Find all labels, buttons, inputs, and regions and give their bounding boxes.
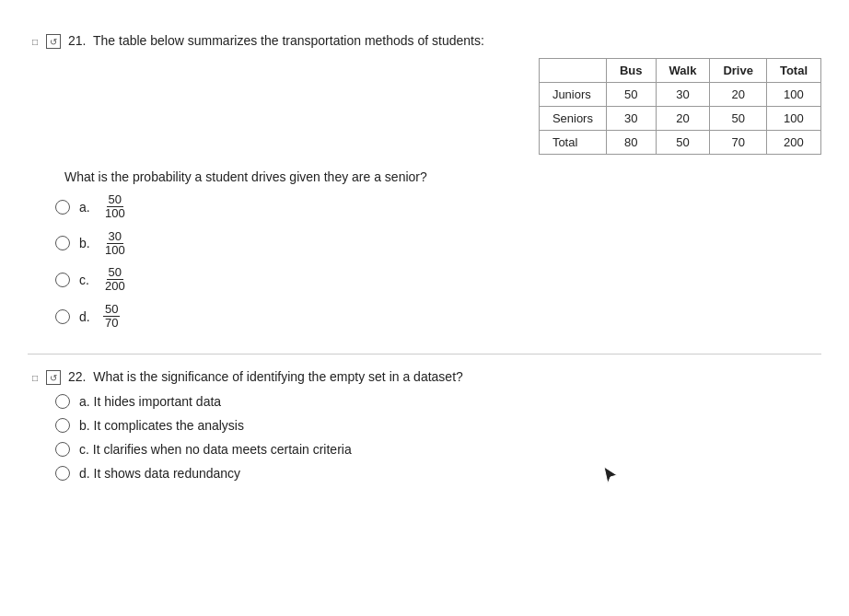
q22-a-body: It hides important data [94, 394, 222, 409]
row-label-seniors: Seniors [539, 107, 606, 131]
col-header-drive: Drive [710, 59, 767, 83]
q22-option-d-text: d. It shows data redundancy [79, 466, 240, 481]
radio-q21-c[interactable] [55, 273, 70, 287]
question-21-header: □ ↺ 21. The table below summarizes the t… [28, 33, 821, 49]
total-bus: 80 [606, 131, 656, 155]
q21-fraction-d-num: 50 [103, 303, 120, 317]
q21-fraction-c: 50 200 [103, 266, 127, 294]
q22-option-b-text: b. It complicates the analysis [79, 418, 244, 433]
seniors-walk: 20 [656, 107, 710, 131]
q22-option-a: a. It hides important data [55, 394, 821, 409]
q22-d-body: It shows data redundancy [94, 466, 241, 481]
row-label-total: Total [539, 131, 606, 155]
q21-option-b-letter: b. [79, 236, 94, 250]
q22-icons: □ ↺ [28, 370, 61, 385]
q21-fraction-d-den: 70 [103, 317, 120, 330]
radio-q21-b[interactable] [55, 236, 70, 250]
table-row-total: Total 80 50 70 200 [539, 131, 820, 155]
q21-option-b: b. 30 100 [55, 230, 821, 258]
q21-fraction-b-den: 100 [103, 244, 127, 257]
question-22-text: 22. What is the significance of identify… [68, 369, 821, 384]
seniors-drive: 50 [710, 107, 767, 131]
q22-option-b: b. It complicates the analysis [55, 418, 821, 433]
rotate-icon-21[interactable]: ↺ [46, 34, 61, 49]
rotate-icon-22[interactable]: ↺ [46, 370, 61, 385]
q22-body: What is the significance of identifying … [93, 369, 463, 384]
q21-option-a-letter: a. [79, 200, 94, 215]
q21-sub-question: What is the probability a student drives… [64, 169, 821, 184]
q22-option-c: c. It clarifies when no data meets certa… [55, 442, 821, 457]
radio-q22-d[interactable] [55, 466, 70, 481]
table-row-seniors: Seniors 30 20 50 100 [539, 107, 820, 131]
total-walk: 50 [656, 131, 710, 155]
question-22-header: □ ↺ 22. What is the significance of iden… [28, 369, 821, 385]
radio-q21-a[interactable] [55, 200, 70, 215]
total-total: 200 [766, 131, 820, 155]
q21-fraction-a-den: 100 [103, 207, 127, 220]
q21-option-d-letter: d. [79, 309, 94, 324]
q21-option-c-letter: c. [79, 273, 94, 287]
q22-c-letter: c. [79, 442, 89, 457]
table-row-juniors: Juniors 50 30 20 100 [539, 83, 820, 107]
bookmark-icon-22[interactable]: □ [28, 370, 42, 385]
page: □ ↺ 21. The table below summarizes the t… [0, 0, 849, 616]
radio-q22-b[interactable] [55, 418, 70, 433]
q21-fraction-a: 50 100 [103, 193, 127, 221]
q21-fraction-c-num: 50 [107, 266, 123, 280]
col-header-empty [539, 59, 606, 83]
col-header-bus: Bus [606, 59, 656, 83]
q21-fraction-b-num: 30 [107, 230, 123, 244]
total-drive: 70 [710, 131, 767, 155]
q22-option-a-text: a. It hides important data [79, 394, 221, 409]
bookmark-icon-21[interactable]: □ [28, 34, 42, 49]
juniors-total: 100 [766, 83, 820, 107]
q21-icons: □ ↺ [28, 34, 61, 49]
transportation-table-area: Bus Walk Drive Total Juniors 50 30 20 10… [28, 58, 821, 155]
transportation-table: Bus Walk Drive Total Juniors 50 30 20 10… [539, 58, 821, 155]
row-label-juniors: Juniors [539, 83, 606, 107]
q22-b-letter: b. [79, 418, 90, 433]
juniors-walk: 30 [656, 83, 710, 107]
q21-body: The table below summarizes the transport… [93, 33, 484, 48]
q22-options: a. It hides important data b. It complic… [55, 394, 821, 481]
q21-fraction-b: 30 100 [103, 230, 127, 258]
q21-option-c: c. 50 200 [55, 266, 821, 294]
q22-number: 22. [68, 369, 86, 384]
q21-options: a. 50 100 b. 30 100 c. 50 200 [55, 193, 821, 330]
juniors-drive: 20 [710, 83, 767, 107]
col-header-total: Total [766, 59, 820, 83]
q21-fraction-d: 50 70 [103, 303, 120, 331]
q21-fraction-a-num: 50 [107, 193, 123, 207]
seniors-total: 100 [766, 107, 820, 131]
q22-option-d: d. It shows data redundancy [55, 466, 821, 481]
radio-q22-c[interactable] [55, 442, 70, 457]
q21-number: 21. [68, 33, 86, 48]
q22-c-body: It clarifies when no data meets certain … [93, 442, 352, 457]
question-22-block: □ ↺ 22. What is the significance of iden… [28, 354, 821, 505]
juniors-bus: 50 [606, 83, 656, 107]
radio-q21-d[interactable] [55, 309, 70, 324]
col-header-walk: Walk [656, 59, 710, 83]
cursor-indicator [602, 465, 619, 488]
question-21-text: 21. The table below summarizes the trans… [68, 33, 821, 48]
question-21-block: □ ↺ 21. The table below summarizes the t… [28, 18, 821, 354]
seniors-bus: 30 [606, 107, 656, 131]
q21-fraction-c-den: 200 [103, 280, 127, 293]
q21-option-d: d. 50 70 [55, 303, 821, 331]
q22-d-letter: d. [79, 466, 90, 481]
q21-option-a: a. 50 100 [55, 193, 821, 221]
q22-b-body: It complicates the analysis [94, 418, 244, 433]
q22-a-letter: a. [79, 394, 90, 409]
q22-option-c-text: c. It clarifies when no data meets certa… [79, 442, 352, 457]
radio-q22-a[interactable] [55, 394, 70, 409]
